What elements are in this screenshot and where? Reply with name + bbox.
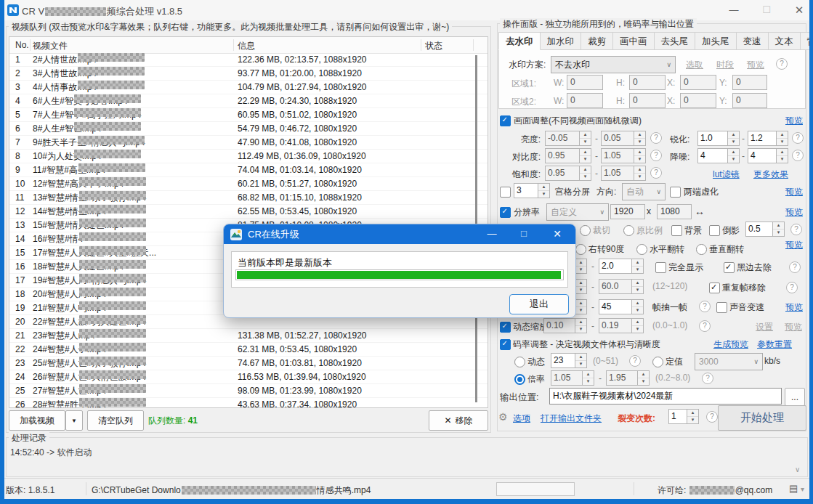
spin-down-icon[interactable]: ▾	[575, 307, 586, 314]
spin-down-icon[interactable]: ▾	[632, 287, 643, 293]
spin-down-icon[interactable]: ▾	[632, 307, 643, 314]
adjust-checkbox[interactable]	[500, 115, 511, 126]
dynamic-zoom-help-icon[interactable]: ?	[699, 320, 711, 332]
spin-down-icon[interactable]: ▾	[583, 378, 594, 385]
grid-split-checkbox[interactable]	[500, 187, 511, 198]
flip-v-radio[interactable]	[696, 244, 707, 255]
dynamic-zoom-preview-link[interactable]: 预览	[785, 321, 802, 333]
load-videos-dropdown[interactable]: ▼	[65, 410, 83, 431]
spin-down-icon[interactable]: ▾	[580, 139, 591, 145]
swap-dimensions-icon[interactable]: ↔	[695, 206, 705, 217]
reflection-checkbox[interactable]	[709, 225, 720, 236]
reset-params-link[interactable]: 参数重置	[757, 338, 792, 351]
brightness-max-spinner[interactable]: 0.05▴▾	[601, 131, 646, 146]
region1-y-input[interactable]: 0	[732, 75, 767, 90]
spin-up-icon[interactable]: ▴	[634, 131, 645, 139]
frame-extract-help-icon[interactable]: ?	[699, 301, 711, 312]
table-row[interactable]: 911#智慧#高生.mp474.04 MB, 01:03.14, 1080x19…	[9, 163, 488, 177]
wm-period-link[interactable]: 时段	[716, 59, 734, 71]
minimize-button[interactable]: —	[723, 3, 745, 17]
spinner-updown-buttons[interactable]: ▴▾	[638, 370, 650, 386]
brightness-min-spinner[interactable]: -0.05▴▾	[545, 131, 591, 146]
multiplier-min-spinner[interactable]: 1.05▴▾	[551, 370, 594, 386]
spin-down-icon[interactable]: ▾	[638, 378, 649, 385]
grid-count-spinner[interactable]: 3▴▾	[514, 183, 550, 198]
spinner-updown-buttons[interactable]: ▴▾	[632, 299, 644, 314]
dup-frame-help-icon[interactable]: ?	[786, 282, 798, 293]
rotate90-radio[interactable]	[575, 244, 586, 255]
region2-y-input[interactable]: 0	[732, 93, 767, 108]
spin-up-icon[interactable]: ▴	[728, 131, 739, 139]
spin-down-icon[interactable]: ▾	[634, 156, 645, 163]
table-row[interactable]: 2224#智慧#人子.mp462.31 MB, 0:53.45, 1080x19…	[9, 343, 488, 357]
spin-down-icon[interactable]: ▾	[634, 139, 645, 145]
table-row[interactable]: 1113#智慧#情生#亲子教育.mp468.82 MB, 01:15.10, 1…	[9, 191, 488, 205]
table-row[interactable]: 57#人生#智子#高手控局.mp460.95 MB, 0:51.02, 1080…	[9, 108, 488, 122]
spin-up-icon[interactable]: ▴	[728, 149, 739, 156]
options-link[interactable]: 选项	[513, 412, 530, 425]
spin-down-icon[interactable]: ▾	[575, 361, 586, 367]
spin-up-icon[interactable]: ▴	[777, 149, 788, 156]
zoom-max-spinner[interactable]: 2.0▴▾	[599, 259, 644, 274]
spin-up-icon[interactable]: ▴	[575, 259, 586, 267]
resolution-preview-link[interactable]: 预览	[785, 206, 803, 219]
crf-help-icon[interactable]: ?	[629, 355, 641, 367]
spin-up-icon[interactable]: ▴	[575, 280, 586, 287]
log-scroll-down-icon[interactable]: ∨	[795, 466, 800, 473]
contrast-help-icon[interactable]: ?	[650, 150, 662, 161]
table-row[interactable]: 2527#智慧#人世.mp498.09 MB, 01:23.99, 1080x1…	[9, 384, 488, 398]
table-row[interactable]: 2325#智慧#人世#亲子教育.mp474.67 MB, 01:03.81, 1…	[9, 357, 488, 370]
resolution-width-input[interactable]: 1920	[610, 204, 645, 219]
clear-queue-button[interactable]: 清空队列	[87, 410, 144, 431]
spinner-updown-buttons[interactable]: ▴▾	[634, 131, 646, 146]
ops-tab-3[interactable]: 画中画	[613, 32, 655, 50]
region2-w-input[interactable]: 0	[567, 93, 603, 108]
denoise-min-spinner[interactable]: 4▴▾	[697, 148, 740, 163]
spin-up-icon[interactable]: ▴	[580, 131, 591, 139]
resolution-mode-select[interactable]: 自定义∨	[546, 203, 609, 221]
table-row[interactable]: 2123#智慧#人mp4131.38 MB, 01:52.27, 1080x19…	[9, 329, 488, 343]
fps-max-spinner[interactable]: 60.0▴▾	[599, 279, 644, 294]
adjust-preview-link[interactable]: 预览	[785, 115, 803, 127]
spin-up-icon[interactable]: ▴	[583, 371, 594, 378]
spin-up-icon[interactable]: ▴	[773, 222, 784, 229]
spin-up-icon[interactable]: ▴	[632, 319, 643, 326]
spinner-updown-buttons[interactable]: ▴▾	[580, 166, 591, 181]
spin-down-icon[interactable]: ▾	[634, 174, 645, 180]
ops-tab-7[interactable]: 文本	[769, 32, 801, 50]
spin-up-icon[interactable]: ▴	[632, 280, 643, 287]
spin-up-icon[interactable]: ▴	[580, 166, 591, 174]
spinner-updown-buttons[interactable]: ▴▾	[575, 299, 587, 314]
spin-up-icon[interactable]: ▴	[634, 166, 645, 174]
background-checkbox[interactable]	[671, 225, 682, 236]
reflection-spinner[interactable]: 0.5▴▾	[745, 221, 785, 237]
ops-tab-5[interactable]: 加头尾	[695, 32, 737, 50]
spinner-updown-buttons[interactable]: ▴▾	[777, 131, 788, 146]
wm-pick-link[interactable]: 选取	[686, 59, 703, 71]
ops-tab-2[interactable]: 裁剪	[581, 32, 613, 50]
col-info[interactable]: 信息	[238, 40, 255, 52]
spin-down-icon[interactable]: ▾	[728, 156, 739, 163]
audio-speed-checkbox[interactable]	[716, 302, 727, 313]
ops-tab-0[interactable]: 去水印	[498, 32, 541, 50]
spin-up-icon[interactable]: ▴	[632, 259, 643, 267]
contrast-max-spinner[interactable]: 1.05▴▾	[601, 148, 646, 163]
maximize-button[interactable]: ☐	[756, 3, 777, 17]
dialog-exit-button[interactable]: 退出	[509, 294, 569, 314]
spin-up-icon[interactable]: ▴	[575, 354, 586, 361]
wm-help-icon[interactable]: ?	[776, 58, 788, 70]
ops-tab-4[interactable]: 去头尾	[655, 32, 696, 50]
region1-x-input[interactable]: 0	[680, 75, 716, 90]
remove-button[interactable]: ✕移除	[429, 410, 488, 431]
ops-tab-6[interactable]: 变速	[737, 32, 769, 50]
browse-output-button[interactable]: ...	[785, 388, 805, 406]
spin-down-icon[interactable]: ▾	[632, 267, 643, 273]
multiplier-max-spinner[interactable]: 1.95▴▾	[606, 370, 650, 386]
spin-up-icon[interactable]: ▴	[632, 300, 643, 307]
more-effects-link[interactable]: 更多效果	[753, 168, 788, 181]
dynamic-zoom-max-spinner[interactable]: 0.19▴▾	[599, 318, 644, 333]
black-edge-checkbox[interactable]	[724, 262, 735, 273]
table-row[interactable]: 46#人生#智父母必看.mp422.29 MB, 0:24.30, 1088x1…	[9, 94, 488, 108]
spinner-updown-buttons[interactable]: ▴▾	[538, 183, 550, 198]
saturation-min-spinner[interactable]: 0.95▴▾	[545, 166, 591, 181]
